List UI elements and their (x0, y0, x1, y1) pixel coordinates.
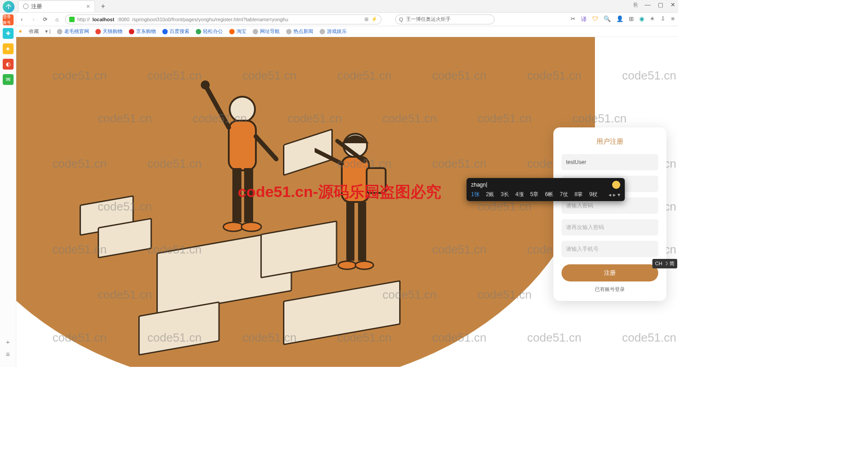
svg-rect-11 (367, 168, 386, 193)
bookmark-icon (286, 29, 292, 34)
ime-candidate[interactable]: 1张 (471, 191, 480, 198)
svg-line-2 (206, 87, 229, 127)
svg-line-12 (315, 150, 342, 164)
url-port: :8080 (117, 17, 130, 22)
username-input[interactable] (561, 154, 658, 170)
ime-candidate[interactable]: 4涨 (515, 191, 524, 198)
svg-point-3 (201, 80, 210, 89)
search-field[interactable]: Q 王一博任奥运火炬手 (395, 14, 495, 24)
download-icon[interactable]: ⇩ (660, 15, 665, 23)
ime-settings-icon[interactable]: ▾ (618, 192, 620, 198)
ime-candidate[interactable]: 3长 (500, 191, 509, 198)
svg-rect-14 (346, 202, 354, 261)
sidebar-add-icon[interactable]: + (6, 338, 10, 346)
bookmark-icon (129, 29, 134, 34)
bookmark-item[interactable]: 京东购物 (129, 28, 156, 35)
sidebar-login-badge[interactable]: 登录账号 (3, 14, 14, 25)
bookmark-icon (196, 29, 201, 34)
tab-close-icon[interactable]: × (86, 3, 90, 10)
address-bar: ‹ › ⟳ ⌂ http://localhost:8080/springboot… (0, 13, 678, 26)
qr-icon[interactable]: ⊞ (364, 16, 368, 22)
nav-reload-icon[interactable]: ⟳ (42, 16, 49, 23)
ime-candidate[interactable]: 6帐 (545, 191, 553, 198)
window-controls: ⎘ — ▢ ✕ (634, 1, 675, 8)
ime-prev-icon[interactable]: ◂ (609, 192, 611, 198)
toolbar-right: ✂ 译 🛡 🔍 👤 ⊞ ◉ ☀ ⇩ ≡ (571, 15, 675, 23)
sidebar-mail-icon[interactable]: ✉ (3, 74, 14, 85)
url-prefix: http:// (77, 17, 90, 22)
globe2-icon[interactable]: ◉ (639, 15, 644, 23)
svg-rect-6 (244, 168, 253, 222)
person-victory-icon (197, 78, 288, 249)
register-button[interactable]: 注册 (561, 264, 658, 281)
ime-candidates: 1张 2账 3长 4涨 5章 6帐 7仗 8掌 9杖 ◂ ▸ ▾ (471, 191, 620, 198)
page-content: code51.cn code51.cn code51.cn code51.cn … (16, 37, 678, 367)
grid-icon[interactable]: ⊞ (629, 15, 634, 23)
sidebar-weibo-icon[interactable]: ◐ (3, 59, 14, 70)
bookmark-icon (229, 29, 235, 34)
menu-icon[interactable]: ≡ (671, 15, 675, 23)
svg-point-17 (355, 261, 373, 269)
bookmark-item[interactable]: 网址导航 (253, 28, 280, 35)
tab-title: 注册 (31, 3, 42, 10)
shield2-icon[interactable]: 🛡 (592, 15, 598, 23)
sun-icon[interactable]: ☀ (650, 15, 655, 23)
search-placeholder: 王一博任奥运火炬手 (406, 16, 451, 23)
url-host: localhost (93, 17, 114, 22)
register-card: 用户注册 注册 已有账号登录 (553, 127, 666, 301)
star-icon[interactable]: ★ (18, 28, 23, 34)
url-field[interactable]: http://localhost:8080/springboot310o0/fr… (65, 14, 382, 24)
scissors-icon[interactable]: ✂ (571, 15, 576, 23)
svg-point-8 (241, 222, 261, 231)
ime-candidate[interactable]: 7仗 (560, 191, 568, 198)
ime-candidate[interactable]: 8掌 (575, 191, 583, 198)
ime-next-icon[interactable]: ▸ (613, 192, 616, 198)
window-close-icon[interactable]: ✕ (670, 1, 675, 8)
ime-indicator[interactable]: CH ☽ 简 (652, 259, 677, 268)
ime-candidate[interactable]: 5章 (530, 191, 539, 198)
emoji-icon[interactable] (612, 181, 620, 189)
bookmark-icon (320, 29, 325, 34)
browser-logo-icon (3, 1, 14, 13)
ime-composition: zhagn (471, 181, 620, 189)
svg-point-0 (230, 97, 255, 122)
svg-point-16 (338, 261, 356, 269)
nav-forward-icon[interactable]: › (30, 16, 37, 23)
nav-home-icon[interactable]: ⌂ (53, 16, 61, 23)
translate-icon[interactable]: 译 (581, 15, 587, 23)
browser-tab[interactable]: 注册 × (18, 0, 95, 12)
bookmarks-label: 收藏 (29, 28, 39, 35)
url-path: /springboot310o0/front/pages/yonghu/regi… (132, 17, 288, 22)
new-tab-button[interactable]: + (99, 2, 108, 10)
bookmark-item[interactable]: 淘宝 (229, 28, 246, 35)
bookmark-item[interactable]: 游戏娱乐 (320, 28, 347, 35)
bookmark-icon (162, 29, 168, 34)
bookmark-icon (57, 29, 62, 34)
window-maximize-icon[interactable]: ▢ (658, 1, 663, 8)
bookmark-item[interactable]: 老毛桃官网 (57, 28, 89, 35)
sidebar-list-icon[interactable]: ≡ (6, 350, 10, 358)
bookmark-item[interactable]: 天猫购物 (95, 28, 123, 35)
phone-input[interactable] (561, 241, 658, 257)
bookmark-item[interactable]: 百度搜索 (162, 28, 189, 35)
bookmark-item[interactable]: 轻松办公 (196, 28, 223, 35)
fast-icon[interactable]: ⚡ (371, 16, 377, 22)
ime-candidate[interactable]: 2账 (486, 191, 495, 198)
ime-candidate[interactable]: 9杖 (590, 191, 598, 198)
bookmark-item[interactable]: 热点新闻 (286, 28, 313, 35)
person-icon[interactable]: 👤 (616, 15, 623, 23)
search-icon: Q (399, 17, 403, 22)
bookmark-icon (253, 29, 258, 34)
card-title: 用户注册 (561, 137, 658, 146)
bookmark-icon (95, 29, 101, 34)
window-pin-icon[interactable]: ⎘ (634, 1, 637, 8)
nav-back-icon[interactable]: ‹ (18, 16, 25, 23)
window-minimize-icon[interactable]: — (645, 1, 651, 8)
svg-rect-10 (342, 157, 369, 202)
password-confirm-input[interactable] (561, 219, 658, 235)
sidebar-star-icon[interactable]: ★ (3, 43, 14, 54)
sidebar-app1-icon[interactable]: ✚ (3, 28, 14, 39)
login-link[interactable]: 已有账号登录 (561, 286, 658, 293)
svg-rect-15 (358, 202, 366, 261)
zoom-icon[interactable]: 🔍 (604, 15, 611, 23)
